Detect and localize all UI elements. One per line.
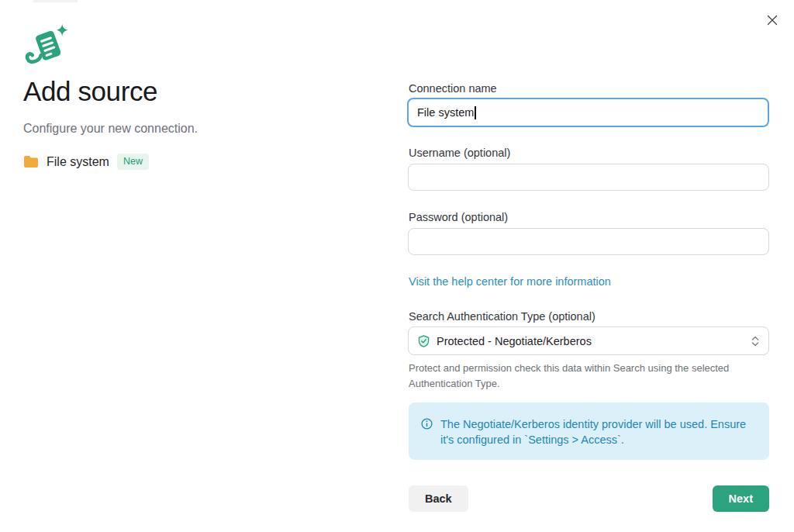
folder-icon — [23, 155, 39, 168]
source-name: File system — [47, 155, 109, 169]
text-cursor — [475, 106, 476, 119]
chevron-up-down-icon — [751, 335, 759, 347]
selected-source-row: File system New — [23, 154, 149, 170]
username-label: Username (optional) — [409, 147, 510, 159]
info-alert-text: The Negotiate/Kerberos identity provider… — [440, 416, 757, 447]
shield-check-icon — [418, 335, 430, 347]
password-label: Password (optional) — [409, 211, 508, 223]
close-button[interactable] — [765, 12, 780, 28]
close-icon — [767, 15, 778, 26]
connection-name-input[interactable]: File system — [407, 98, 769, 127]
connection-name-value: File system — [417, 106, 474, 119]
add-source-modal: Add source Configure your new connection… — [0, 0, 794, 532]
new-badge: New — [117, 154, 149, 170]
brand-logo-icon — [22, 23, 72, 69]
auth-type-helper-text: Protect and permission check this data w… — [409, 361, 759, 392]
auth-type-label: Search Authentication Type (optional) — [409, 310, 596, 323]
auth-type-selected-value: Protected - Negotiate/Kerberos — [437, 335, 751, 347]
info-icon — [421, 418, 433, 430]
password-input[interactable] — [408, 228, 769, 255]
page-title: Add source — [23, 76, 157, 107]
help-center-link[interactable]: Visit the help center for more informati… — [409, 275, 611, 288]
page-subtitle: Configure your new connection. — [23, 122, 198, 136]
clipped-top-element — [33, 0, 78, 2]
username-input[interactable] — [408, 164, 769, 191]
back-button[interactable]: Back — [409, 485, 468, 512]
connection-name-label: Connection name — [409, 82, 497, 95]
auth-type-select[interactable]: Protected - Negotiate/Kerberos — [408, 326, 769, 355]
next-button[interactable]: Next — [713, 485, 769, 512]
info-alert: The Negotiate/Kerberos identity provider… — [409, 402, 769, 460]
